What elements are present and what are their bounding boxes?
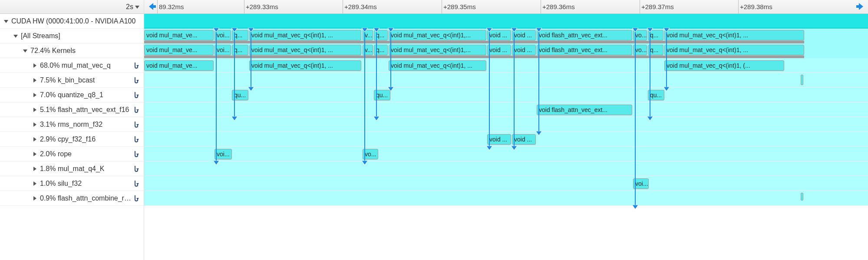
call-edge <box>635 28 636 207</box>
call-marker-icon <box>632 203 638 207</box>
kernel-block[interactable]: void mul_mat_vec_q<(int)1, ... <box>249 30 361 40</box>
chevron-right-icon <box>33 196 37 201</box>
kernel-stub[interactable] <box>801 193 803 201</box>
tree-row-kernel-item[interactable]: 2.0% rope <box>0 147 144 161</box>
call-edge <box>216 28 217 163</box>
tree-panel: 2s CUDA HW (0000:41:00.0 - NVIDIA A100 [… <box>0 0 144 260</box>
lane-mulmatq4k <box>144 161 868 176</box>
loop-icon <box>132 121 140 128</box>
lane-rope <box>144 147 868 161</box>
kernel-block[interactable]: void flash_attn_vec_ext... <box>537 30 632 40</box>
call-marker-icon <box>388 85 394 89</box>
call-edge <box>514 28 515 148</box>
call-marker-icon <box>663 85 670 89</box>
kernel-block[interactable]: void ... <box>512 45 536 55</box>
timeline-tick: 89.32ms <box>157 0 184 13</box>
kernel-block[interactable]: void flash_attn_vec_ext... <box>537 45 632 55</box>
loop-icon <box>132 106 140 113</box>
chevron-right-icon <box>33 93 37 97</box>
call-edge <box>650 28 650 119</box>
call-marker-icon <box>213 159 219 163</box>
call-edge <box>538 28 539 134</box>
kernel-block[interactable]: void mul_mat_vec_q<(int)1, ... <box>389 60 486 71</box>
timeline-tick: +289.36ms <box>541 0 575 13</box>
chevron-right-icon <box>33 63 37 68</box>
kernel-block[interactable]: void mul_mat_vec_q<(int)1, (... <box>664 60 784 71</box>
tree-label: 1.0% silu_f32 <box>40 180 132 188</box>
tree-row-cuda-hw[interactable]: CUDA HW (0000:41:00.0 - NVIDIA A100 <box>0 14 144 29</box>
loop-icon <box>132 165 140 172</box>
kernel-block[interactable]: void ... <box>512 134 536 145</box>
time-selector-value: 2s <box>126 3 133 11</box>
kernel-block[interactable]: void mul_mat_ve... <box>144 45 214 55</box>
chevron-right-icon <box>33 181 37 186</box>
chevron-right-icon <box>33 137 37 142</box>
timeline-tick: +289.34ms <box>343 0 377 13</box>
kernel-block[interactable]: void mul_mat_ve... <box>144 60 214 71</box>
chevron-down-icon <box>4 19 8 23</box>
call-marker-icon <box>486 26 492 30</box>
call-marker-icon <box>231 115 238 119</box>
kernel-block[interactable]: void ... <box>487 134 511 145</box>
tree-row-kernels[interactable]: 72.4% Kernels <box>0 43 144 58</box>
timeline-ruler[interactable]: 89.32ms+289.33ms+289.34ms+289.35ms+289.3… <box>144 0 868 14</box>
tree-row-kernel-item[interactable]: 7.0% quantize_q8_1 <box>0 88 144 102</box>
call-marker-icon <box>511 26 517 30</box>
kernel-block[interactable]: void mul_mat_vec_q<(int)1, ... <box>664 30 804 40</box>
tree-label: 7.5% k_bin_bcast <box>40 76 132 84</box>
call-edge <box>376 28 377 119</box>
loop-icon <box>132 92 140 99</box>
kernel-stub[interactable] <box>801 75 803 85</box>
loop-icon <box>132 77 140 84</box>
tree-row-kernel-item[interactable]: 0.9% flash_attn_combine_resu <box>0 191 144 206</box>
scroll-right-button[interactable] <box>856 2 865 11</box>
tree-label: 5.1% flash_attn_vec_ext_f16 <box>40 106 132 114</box>
call-marker-icon <box>213 26 219 30</box>
kernel-block[interactable]: void ... <box>487 45 511 55</box>
tree-row-kernel-item[interactable]: 1.8% mul_mat_q4_K <box>0 161 144 176</box>
call-edge <box>489 28 490 148</box>
call-marker-icon <box>373 115 380 119</box>
chevron-right-icon <box>33 108 37 112</box>
call-edge <box>666 28 667 89</box>
scroll-left-button[interactable] <box>147 2 156 11</box>
call-edge <box>234 28 235 119</box>
tree-row-kernel-item[interactable]: 3.1% rms_norm_f32 <box>0 117 144 132</box>
tree-row-kernel-item[interactable]: 5.1% flash_attn_vec_ext_f16 <box>0 102 144 117</box>
chevron-right-icon <box>33 167 37 171</box>
timeline-body[interactable]: void mul_mat_ve...voi...q...void mul_mat… <box>144 14 868 260</box>
tree-row-kernel-item[interactable]: 2.9% cpy_f32_f16 <box>0 132 144 147</box>
chevron-right-icon <box>33 78 37 82</box>
loop-icon <box>132 136 140 143</box>
tree-row-kernel-item[interactable]: 7.5% k_bin_bcast <box>0 73 144 88</box>
lane-silu <box>144 176 868 191</box>
lane-rms <box>144 117 868 132</box>
kernel-block[interactable]: voi... <box>215 149 232 159</box>
kernel-block[interactable]: void mul_mat_vec_q<(int)1, ... <box>664 45 804 55</box>
kernel-block[interactable]: voi... <box>215 45 231 55</box>
kernel-block[interactable]: void mul_mat_vec_q<(int)1, ... <box>249 60 361 71</box>
kernel-block[interactable]: void mul_mat_ve... <box>144 30 214 40</box>
tree-row-kernel-item[interactable]: 1.0% silu_f32 <box>0 176 144 191</box>
timeline[interactable]: 89.32ms+289.33ms+289.34ms+289.35ms+289.3… <box>144 0 868 260</box>
tree-label: 0.9% flash_attn_combine_resu <box>40 194 132 202</box>
call-edge <box>364 28 365 163</box>
kernel-block[interactable]: void flash_attn_vec_ext... <box>537 105 632 115</box>
tree-label: 72.4% Kernels <box>30 47 140 55</box>
tree-row-kernel-item[interactable]: 68.0% mul_mat_vec_q <box>0 58 144 73</box>
tree-label: [All Streams] <box>21 32 140 40</box>
tree-label: 2.9% cpy_f32_f16 <box>40 135 132 143</box>
tree-row-all-streams[interactable]: [All Streams] <box>0 29 144 43</box>
call-marker-icon <box>231 26 238 30</box>
time-selector[interactable]: 2s <box>0 0 144 14</box>
tree-label: CUDA HW (0000:41:00.0 - NVIDIA A100 <box>11 17 140 25</box>
call-marker-icon <box>362 159 368 163</box>
chevron-right-icon <box>33 122 37 127</box>
call-marker-icon <box>362 26 368 30</box>
kernel-block[interactable]: void mul_mat_vec_q<(int)1, ... <box>249 45 361 55</box>
call-edge <box>251 28 251 89</box>
loop-icon <box>132 195 140 202</box>
kernel-block[interactable]: void mul_mat_vec_q<(int)1,... <box>389 30 486 40</box>
call-marker-icon <box>373 26 380 30</box>
kernel-block[interactable]: void mul_mat_vec_q<(int)1,... <box>389 45 486 55</box>
